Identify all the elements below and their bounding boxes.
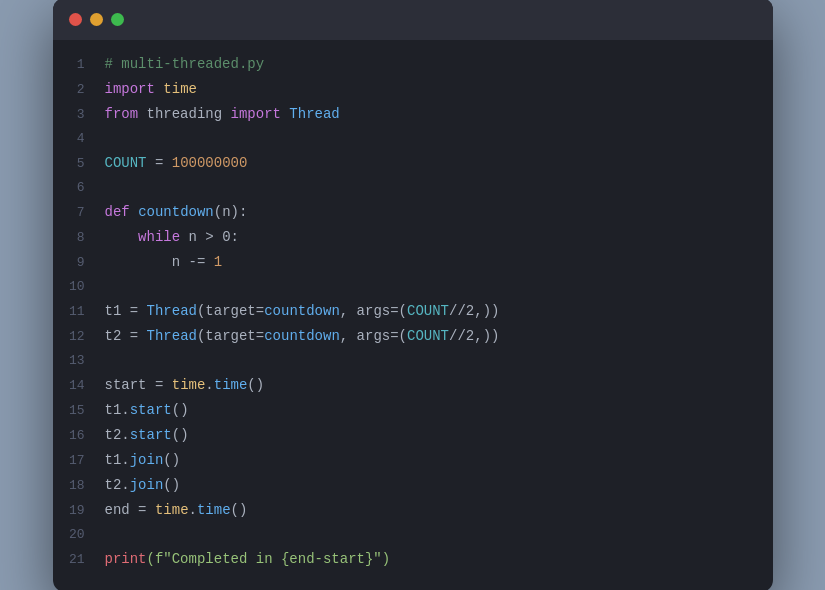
line-content: start = time.time() [105,374,265,396]
token: > [205,229,213,245]
maximize-button[interactable] [111,13,124,26]
token: . [121,427,129,443]
code-line: 13 [53,349,773,373]
code-line: 15t1.start() [53,398,773,423]
token: print [105,551,147,567]
token: = [121,328,146,344]
token: () [247,377,264,393]
code-line: 14start = time.time() [53,373,773,398]
token: countdown [138,204,214,220]
code-line: 16t2.start() [53,423,773,448]
line-content: t2 = Thread(target=countdown, args=(COUN… [105,325,500,347]
line-content: n -= 1 [105,251,223,273]
token: , args=( [340,303,407,319]
token: //2,)) [449,303,499,319]
code-line: 7def countdown(n): [53,200,773,225]
code-line: 18t2.join() [53,473,773,498]
token: = [130,502,155,518]
token: . [121,452,129,468]
token: 1 [205,254,222,270]
line-number: 8 [53,227,105,249]
code-line: 12t2 = Thread(target=countdown, args=(CO… [53,324,773,349]
token: start [105,377,147,393]
token: join [130,477,164,493]
line-content: t2.start() [105,424,189,446]
token: n [180,229,205,245]
line-content: from threading import Thread [105,103,340,125]
token: Thread [147,328,197,344]
line-number: 4 [53,128,105,150]
code-line: 4 [53,127,773,151]
token: () [163,477,180,493]
token: //2,)) [449,328,499,344]
line-number: 1 [53,54,105,76]
code-line: 20 [53,523,773,547]
token: Thread [147,303,197,319]
line-number: 13 [53,350,105,372]
token: start [130,402,172,418]
token: 0: [214,229,239,245]
line-number: 14 [53,375,105,397]
line-number: 6 [53,177,105,199]
token: . [189,502,197,518]
token: () [172,402,189,418]
line-content: t2.join() [105,474,181,496]
code-window: 1# multi-threaded.py2import time3from th… [53,0,773,590]
token: t2 [105,477,122,493]
line-number: 5 [53,153,105,175]
token: = [147,377,172,393]
minimize-button[interactable] [90,13,103,26]
close-button[interactable] [69,13,82,26]
token: start [130,427,172,443]
code-line: 10 [53,275,773,299]
token: time [163,81,197,97]
line-number: 18 [53,475,105,497]
line-number: 2 [53,79,105,101]
token: import [105,81,155,97]
token: (target= [197,328,264,344]
token: end [105,502,130,518]
line-content: t1 = Thread(target=countdown, args=(COUN… [105,300,500,322]
token: t1 [105,452,122,468]
line-content: # multi-threaded.py [105,53,265,75]
token: (f"Completed in {end-start}") [147,551,391,567]
line-content: t1.start() [105,399,189,421]
line-number: 15 [53,400,105,422]
token: . [121,402,129,418]
line-content: end = time.time() [105,499,248,521]
code-line: 9 n -= 1 [53,250,773,275]
code-line: 5COUNT = 100000000 [53,151,773,176]
line-content: import time [105,78,197,100]
token: , args=( [340,328,407,344]
line-number: 3 [53,104,105,126]
line-content: t1.join() [105,449,181,471]
token: time [197,502,231,518]
token: import [231,106,281,122]
token: n [105,254,189,270]
token: time [214,377,248,393]
token: Thread [289,106,339,122]
token: = [147,155,172,171]
line-number: 21 [53,549,105,571]
token: () [231,502,248,518]
token: COUNT [105,155,147,171]
token [105,229,139,245]
line-number: 11 [53,301,105,323]
token: . [121,477,129,493]
line-content: COUNT = 100000000 [105,152,248,174]
line-content: print(f"Completed in {end-start}") [105,548,391,570]
token: COUNT [407,328,449,344]
line-number: 16 [53,425,105,447]
token: . [205,377,213,393]
code-line: 21print(f"Completed in {end-start}") [53,547,773,572]
token: t1 [105,303,122,319]
line-number: 9 [53,252,105,274]
code-line: 2import time [53,77,773,102]
token: while [138,229,180,245]
token: COUNT [407,303,449,319]
code-area: 1# multi-threaded.py2import time3from th… [53,40,773,590]
line-number: 12 [53,326,105,348]
token: countdown [264,303,340,319]
token: time [155,502,189,518]
token: (target= [197,303,264,319]
